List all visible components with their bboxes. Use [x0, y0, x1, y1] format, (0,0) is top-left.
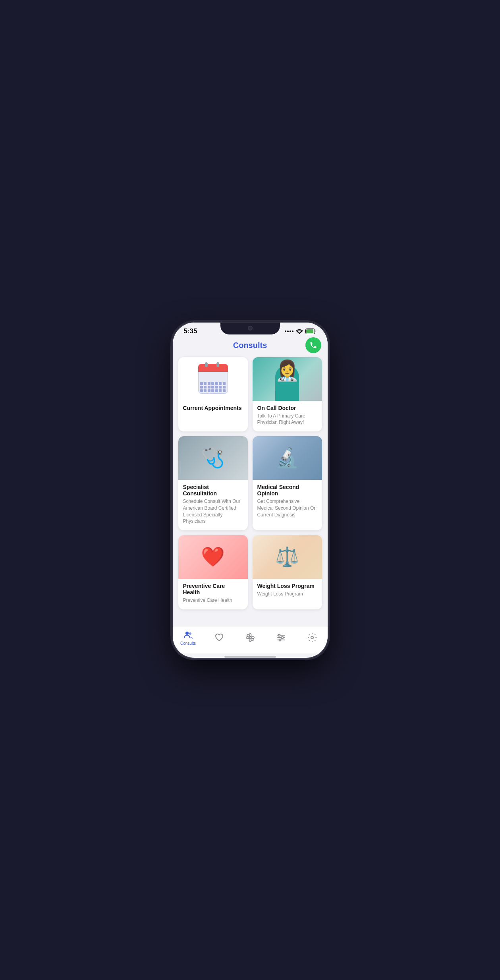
card-body-preventive: Preventive Care Health Preventive Care H…	[178, 579, 248, 609]
card-weight-loss[interactable]: Weight Loss Program Weight Loss Program	[253, 535, 322, 609]
card-body-specialist: Specialist Consultation Schedule Consult…	[178, 480, 248, 530]
signal-dots-icon	[285, 331, 293, 332]
cards-grid: Current Appointments On Call Doctor Talk…	[173, 354, 328, 613]
tab-health[interactable]	[240, 632, 260, 643]
phone-screen: 5:35	[173, 323, 328, 658]
card-image-preventive	[178, 535, 248, 579]
status-time: 5:35	[184, 327, 197, 335]
call-button[interactable]	[305, 337, 321, 353]
notch-camera	[248, 326, 253, 331]
sliders-icon	[276, 632, 286, 643]
home-indicator	[224, 656, 276, 658]
phone-frame: 5:35	[173, 323, 328, 658]
card-body-weightloss: Weight Loss Program Weight Loss Program	[253, 579, 322, 609]
card-image-doctor	[253, 357, 322, 401]
card-title-doctor: On Call Doctor	[257, 405, 317, 411]
card-desc-specialist: Schedule Consult With Our American Board…	[183, 498, 243, 525]
card-desc-weightloss: Weight Loss Program	[257, 591, 317, 597]
card-title-second-opinion: Medical Second Opinion	[257, 484, 317, 497]
svg-point-15	[281, 636, 283, 638]
tab-consults-label: Consults	[180, 641, 196, 646]
card-image-specialist	[178, 436, 248, 480]
card-title-specialist: Specialist Consultation	[183, 484, 243, 497]
card-body-appointments: Current Appointments	[178, 401, 248, 432]
card-title-preventive: Preventive Care Health	[183, 583, 243, 595]
app-header: Consults	[173, 337, 328, 354]
svg-rect-1	[306, 329, 313, 333]
tab-bar: Consults	[173, 626, 328, 653]
card-desc-preventive: Preventive Care Health	[183, 597, 243, 604]
svg-point-16	[279, 639, 281, 641]
card-on-call-doctor[interactable]: On Call Doctor Talk To A Primary Care Ph…	[253, 357, 322, 432]
tab-favorites[interactable]	[209, 632, 229, 643]
svg-point-17	[311, 636, 313, 639]
card-desc-second-opinion: Get Comprehensive Medical Second Opinion…	[257, 498, 317, 518]
card-image-weightloss	[253, 535, 322, 579]
heart-icon	[214, 632, 224, 643]
status-icons	[285, 329, 317, 334]
calendar-icon	[198, 364, 228, 394]
tab-settings[interactable]	[302, 632, 322, 643]
card-body-second-opinion: Medical Second Opinion Get Comprehensive…	[253, 480, 322, 530]
card-preventive-care[interactable]: Preventive Care Health Preventive Care H…	[178, 535, 248, 609]
card-image-second-opinion	[253, 436, 322, 480]
card-medical-second-opinion[interactable]: Medical Second Opinion Get Comprehensive…	[253, 436, 322, 530]
card-title-appointments: Current Appointments	[183, 405, 243, 411]
svg-point-9	[246, 634, 250, 637]
app-content: Current Appointments On Call Doctor Talk…	[173, 354, 328, 626]
svg-point-14	[278, 634, 280, 636]
card-specialist-consultation[interactable]: Specialist Consultation Schedule Consult…	[178, 436, 248, 530]
svg-point-2	[185, 632, 189, 635]
card-title-weightloss: Weight Loss Program	[257, 583, 317, 589]
card-current-appointments[interactable]: Current Appointments	[178, 357, 248, 432]
battery-icon	[305, 329, 317, 334]
card-desc-doctor: Talk To A Primary Care Physician Right A…	[257, 413, 317, 426]
tab-consults[interactable]: Consults	[178, 630, 198, 646]
wifi-icon	[296, 329, 303, 334]
card-icon-area-appointments	[178, 357, 248, 401]
header-title: Consults	[233, 341, 267, 350]
card-body-doctor: On Call Doctor Talk To A Primary Care Ph…	[253, 401, 322, 432]
notch	[220, 323, 280, 334]
svg-point-10	[250, 637, 253, 641]
tab-filters[interactable]	[271, 632, 291, 643]
gear-icon	[307, 632, 317, 643]
flower-icon	[245, 632, 255, 643]
svg-point-3	[189, 632, 191, 635]
consults-icon	[183, 630, 193, 640]
